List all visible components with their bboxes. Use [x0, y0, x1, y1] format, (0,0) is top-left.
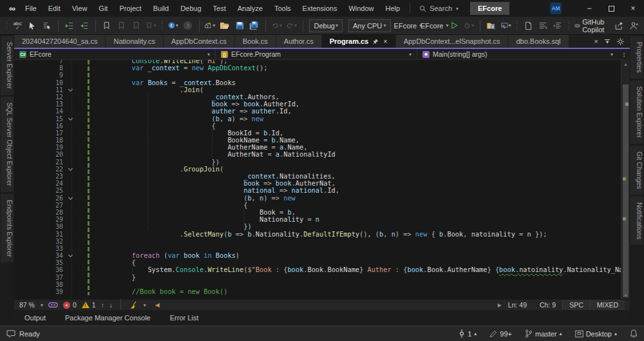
hot-reload-button[interactable]: ▾ — [462, 19, 475, 33]
line-number[interactable]: 34 — [14, 252, 66, 259]
fold-margin[interactable] — [66, 166, 77, 173]
line-indicator[interactable]: Ln: 49 — [502, 300, 533, 310]
next-bookmark-button[interactable] — [129, 19, 142, 33]
solution-name-badge[interactable]: EFcore — [470, 2, 509, 15]
navigate-back-button[interactable]: ▾ — [167, 19, 180, 33]
fold-margin[interactable] — [66, 195, 77, 202]
close-document-icon[interactable]: × — [594, 37, 598, 45]
line-number[interactable]: 20 — [14, 151, 66, 158]
code-line[interactable]: 32 — [14, 238, 630, 245]
line-number[interactable]: 22 — [14, 166, 66, 173]
scroll-down-arrow-icon[interactable]: ▼ — [621, 291, 630, 299]
line-number[interactable]: 35 — [14, 259, 66, 266]
line-ending-indicator[interactable]: MIXED — [590, 300, 625, 310]
line-number[interactable]: 16 — [14, 122, 66, 130]
code-line[interactable]: 37} — [14, 274, 630, 281]
code-line[interactable]: 10var Books = _context.Books — [14, 79, 630, 86]
toolbar-grip[interactable] — [516, 21, 518, 30]
code-line[interactable]: 25national => national.Id, — [14, 187, 630, 194]
line-number[interactable]: 26 — [14, 195, 66, 202]
fold-margin[interactable] — [66, 216, 77, 223]
code-line[interactable]: 33 — [14, 245, 630, 252]
fold-margin[interactable] — [66, 245, 77, 252]
intellisense-suggestion-button[interactable] — [26, 19, 39, 33]
code-line[interactable]: 8var _context = new AppDbContext(); — [14, 64, 630, 72]
zoom-level-dropdown[interactable]: 87 % — [19, 301, 35, 309]
tab-appdbcontext-elsnapshot-cs[interactable]: AppDbContext...elSnapshot.cs — [396, 35, 509, 48]
error-count[interactable]: × 0 — [63, 301, 77, 309]
sidebar-tab-git-changes[interactable]: Git Changes — [630, 146, 643, 195]
line-number[interactable]: 39 — [14, 288, 66, 295]
panel-tab-output[interactable]: Output — [23, 312, 47, 324]
navigate-forward-button[interactable] — [182, 19, 194, 33]
line-number[interactable]: 29 — [14, 216, 66, 223]
menu-test[interactable]: Test — [207, 0, 232, 17]
account-avatar[interactable]: AM — [550, 3, 562, 14]
fold-margin[interactable] — [66, 180, 77, 187]
line-number[interactable]: 10 — [14, 79, 66, 86]
close-tab-icon[interactable]: × — [383, 37, 387, 45]
sidebar-tab-sql-server-object-explorer[interactable]: SQL Server Object Explorer — [1, 97, 14, 192]
minimize-button[interactable]: − — [578, 0, 600, 17]
line-number[interactable]: 8 — [14, 64, 66, 72]
line-number[interactable]: 33 — [14, 245, 66, 252]
fold-margin[interactable] — [66, 231, 77, 238]
fold-chevron-icon[interactable] — [68, 87, 73, 92]
code-line[interactable]: 26(b, n) => new — [14, 195, 630, 202]
fold-margin[interactable] — [66, 187, 77, 194]
document-list-icon[interactable]: ▾ — [605, 39, 610, 44]
start-debugging-button[interactable]: EFcore▾ — [421, 19, 446, 33]
fold-chevron-icon[interactable] — [68, 253, 73, 257]
menu-file[interactable]: File — [19, 0, 43, 17]
code-line[interactable]: 28Book = b, — [14, 209, 630, 216]
line-number[interactable]: 13 — [14, 101, 66, 108]
fold-chevron-icon[interactable] — [68, 195, 73, 200]
fold-margin[interactable] — [66, 79, 77, 86]
menu-tools[interactable]: Tools — [269, 0, 297, 17]
menu-analyze[interactable]: Analyze — [232, 0, 269, 17]
solution-platform-dropdown[interactable]: Any CPU▾ — [348, 19, 391, 32]
new-project-button[interactable]: ▾ — [204, 19, 216, 33]
fold-margin[interactable] — [66, 144, 77, 151]
code-line[interactable]: 17BookId = b.Id, — [14, 130, 630, 137]
indentation-indicator[interactable]: SPC — [562, 300, 590, 310]
unsaved-edits-button[interactable]: 99+ — [489, 330, 512, 338]
completion-mode-button[interactable]: abc✓ — [11, 19, 24, 33]
fold-margin[interactable] — [66, 288, 77, 295]
code-line[interactable]: 21}) — [14, 159, 630, 166]
code-line[interactable]: 31.SelectMany(b => b.Nationality.Default… — [14, 231, 630, 238]
live-preview-button[interactable]: ▾ — [500, 19, 513, 33]
line-number[interactable]: 11 — [14, 86, 66, 93]
code-line[interactable]: 34foreach (var book in Books) — [14, 252, 630, 259]
line-number[interactable]: 31 — [14, 231, 66, 238]
find-in-files-button[interactable] — [485, 19, 498, 33]
fold-margin[interactable] — [66, 64, 77, 72]
format-document-button[interactable] — [536, 19, 549, 33]
code-line[interactable]: 16{ — [14, 122, 630, 130]
search-box[interactable]: Search ▾ — [414, 3, 464, 14]
redo-button[interactable]: ▾ — [285, 19, 298, 33]
menu-git[interactable]: Git — [93, 0, 113, 17]
sidebar-tab-notifications[interactable]: Notifications — [630, 197, 643, 245]
unindent-button[interactable] — [63, 19, 76, 33]
tab-dbo-books-sql[interactable]: dbo.Books.sql — [508, 35, 569, 48]
line-number[interactable]: 23 — [14, 173, 66, 180]
fold-margin[interactable] — [66, 223, 77, 230]
fold-margin[interactable] — [66, 86, 77, 93]
fold-margin[interactable] — [66, 252, 77, 259]
start-without-debugging-button[interactable] — [448, 19, 460, 33]
breadcrumb-project-dropdown[interactable]: C# EFcore ▾ — [14, 49, 216, 59]
fold-margin[interactable] — [66, 151, 77, 158]
code-line[interactable]: 7Console.WriteLine("Hi"); — [14, 60, 630, 64]
breadcrumb-member-dropdown[interactable]: ◆ Main(string[] args) ▾ — [417, 49, 618, 59]
fold-margin[interactable] — [66, 274, 77, 281]
editor-options-gear-icon[interactable] — [616, 37, 625, 46]
fold-margin[interactable] — [66, 130, 77, 137]
line-number[interactable]: 28 — [14, 209, 66, 216]
toolbar-overflow-grip[interactable] — [568, 21, 569, 30]
line-number[interactable]: 18 — [14, 137, 66, 144]
line-number[interactable]: 37 — [14, 274, 66, 281]
live-share-button[interactable] — [627, 19, 640, 33]
sidebar-tab-solution-explorer[interactable]: Solution Explorer — [630, 81, 643, 144]
fold-margin[interactable] — [66, 259, 77, 266]
